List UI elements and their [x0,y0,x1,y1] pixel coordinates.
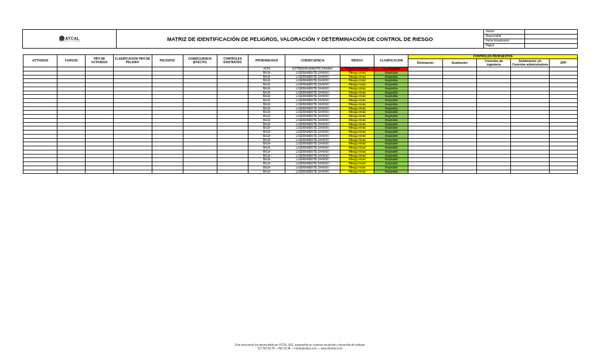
cell-blank [408,142,442,146]
cell-consecuencia: LIGERAMENTE DAÑINO [285,83,340,87]
cell-riesgo: Riesgo trivial [340,118,374,122]
cell-clasificacion: Aceptable [374,166,408,170]
cell-clasificacion: Aceptable [374,75,408,79]
cell-blank [217,131,248,135]
cell-clasificacion: Aceptable [374,115,408,119]
cell-blank [477,122,511,126]
cell-blank [152,111,183,115]
cell-blank [442,170,476,174]
cell-probabilidad: BAJA [248,138,285,142]
cell-probabilidad: BAJA [248,102,285,107]
cell-blank [408,75,442,79]
cell-blank [511,131,550,135]
cell-blank [217,99,248,103]
cell-blank [217,75,248,79]
cell-blank [113,146,152,150]
cell-blank [550,170,578,174]
cell-blank [442,99,476,103]
cell-blank [408,107,442,111]
cell-blank [86,122,114,126]
cell-blank [57,71,86,75]
cell-blank [477,87,511,91]
cell-probabilidad: BAJA [248,83,285,87]
matrix-thead: ACTIVIDAD CARGOS TIPO DE ACTIVIDAD CLASI… [23,55,578,67]
cell-blank [152,79,183,83]
cell-blank [550,102,578,107]
cell-blank [477,142,511,146]
cell-blank [23,138,57,142]
cell-consecuencia: LIGERAMENTE DAÑINO [285,102,340,107]
cell-blank [86,99,114,103]
cell-blank [217,67,248,71]
document-title: MATRIZ DE IDENTIFICACIÓN DE PELIGROS, VA… [117,30,484,49]
cell-blank [113,131,152,135]
cell-blank [217,102,248,107]
cell-blank [408,122,442,126]
cell-blank [86,126,114,131]
cell-blank [511,166,550,170]
cell-consecuencia: LIGERAMENTE DAÑINO [285,150,340,154]
cell-blank [477,75,511,79]
cell-blank [442,87,476,91]
cell-riesgo: Riesgo trivial [340,83,374,87]
cell-blank [152,102,183,107]
cell-blank [86,138,114,142]
cell-blank [86,71,114,75]
cell-consecuencia: LIGERAMENTE DAÑINO [285,71,340,75]
col-clasif-peligro: CLASIFICACION TIPO DE PELIGRO [113,55,152,67]
cell-blank [217,126,248,131]
cell-blank [152,107,183,111]
cell-blank [57,134,86,138]
cell-blank [408,102,442,107]
cell-blank [86,102,114,107]
cell-blank [442,131,476,135]
cell-blank [57,162,86,166]
cell-blank [113,99,152,103]
cell-blank [217,107,248,111]
cell-blank [183,79,217,83]
cell-probabilidad: BAJA [248,71,285,75]
logo: ATCAL Soluciones a su medida [59,36,80,43]
cell-blank [217,170,248,174]
meta-value-responsable [525,35,578,39]
meta-value-fecha [525,39,578,44]
cell-blank [86,131,114,135]
cell-blank [550,162,578,166]
cell-probabilidad: BAJA [248,75,285,79]
cell-riesgo: Riesgo trivial [340,75,374,79]
cell-blank [477,146,511,150]
cell-clasificacion: Aceptable [374,158,408,162]
cell-blank [477,138,511,142]
cell-blank [442,122,476,126]
cell-blank [152,83,183,87]
cell-riesgo: Riesgo trivial [340,134,374,138]
cell-blank [477,115,511,119]
cell-consecuencia: LIGERAMENTE DAÑINO [285,99,340,103]
cell-consecuencia: LIGERAMENTE DAÑINO [285,146,340,150]
cell-probabilidad: BAJA [248,131,285,135]
cell-consecuencia: LIGERAMENTE DAÑINO [285,91,340,95]
table-row: BAJALIGERAMENTE DAÑINORiesgo trivialAcep… [23,158,578,162]
cell-consecuencia: LIGERAMENTE DAÑINO [285,154,340,158]
cell-blank [442,158,476,162]
cell-blank [183,71,217,75]
cell-consecuencia: LIGERAMENTE DAÑINO [285,138,340,142]
cell-blank [57,91,86,95]
cell-blank [152,115,183,119]
cell-blank [57,99,86,103]
cell-blank [550,166,578,170]
footer: Este documento fue desarrollado por ATCA… [0,344,600,352]
cell-blank [217,162,248,166]
cell-blank [477,102,511,107]
cell-clasificacion: Aceptable [374,142,408,146]
table-row: BAJALIGERAMENTE DAÑINORiesgo trivialAcep… [23,138,578,142]
cell-blank [550,142,578,146]
cell-blank [86,87,114,91]
cell-blank [511,134,550,138]
cell-blank [23,166,57,170]
cell-probabilidad: BAJA [248,79,285,83]
cell-blank [477,79,511,83]
cell-riesgo: Riesgo trivial [340,158,374,162]
table-row: BAJALIGERAMENTE DAÑINORiesgo trivialAcep… [23,131,578,135]
cell-blank [152,138,183,142]
